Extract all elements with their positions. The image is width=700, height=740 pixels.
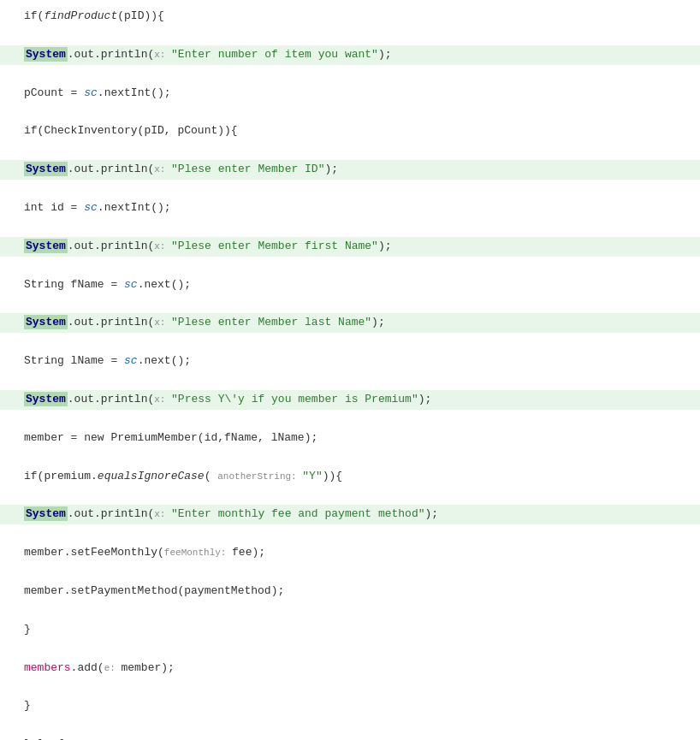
param-label: anotherString:	[217, 471, 302, 482]
line-content: String fName = sc.next();	[12, 276, 700, 294]
code-token: .out.println(	[68, 240, 154, 252]
code-line	[0, 371, 700, 390]
code-line	[0, 563, 700, 582]
code-token: );	[378, 48, 392, 61]
code-token: }	[24, 623, 31, 636]
code-line: member.setPaymentMethod(paymentMethod);	[0, 582, 700, 601]
param-label: x:	[154, 394, 171, 405]
code-line: System.out.println(x: "Plese enter Membe…	[0, 237, 700, 257]
system-keyword: System	[24, 315, 68, 329]
code-line	[0, 218, 700, 237]
code-line	[0, 27, 700, 45]
code-line	[0, 486, 700, 505]
system-keyword: System	[24, 47, 68, 62]
line-content: member.setPaymentMethod(paymentMethod);	[12, 583, 700, 601]
code-token: .nextInt();	[98, 201, 171, 214]
string-literal: "Plese enter Member ID"	[171, 163, 324, 175]
code-token: String lName =	[24, 354, 124, 367]
code-line: member = new PremiumMember(id,fName, lNa…	[0, 429, 700, 448]
line-content: System.out.println(x: "Press Y\'y if you…	[12, 391, 700, 409]
code-line	[0, 448, 700, 467]
code-line	[0, 524, 700, 543]
code-token: )){	[323, 470, 342, 482]
line-content: member.setFeeMonthly(feeMonthly: fee);	[12, 544, 700, 562]
code-token: .add(	[71, 661, 104, 674]
line-content: }	[12, 697, 700, 715]
code-line	[0, 257, 700, 275]
method-name: equalsIgnoreCase	[98, 470, 205, 482]
code-token: }	[24, 699, 31, 712]
code-line: member.setFeeMonthly(feeMonthly: fee);	[0, 543, 700, 563]
variable-sc: sc	[124, 278, 138, 291]
code-token: .out.println(	[68, 316, 154, 329]
line-content: members.add(e: member);	[12, 660, 700, 678]
string-literal: "Enter monthly fee and payment method"	[171, 507, 424, 520]
code-line	[0, 678, 700, 696]
param-label: x:	[154, 164, 171, 175]
method-name: findProduct	[44, 9, 117, 22]
line-content: member = new PremiumMember(id,fName, lNa…	[12, 429, 700, 447]
code-token: .out.println(	[68, 507, 154, 520]
code-line: members.add(e: member);	[0, 659, 700, 678]
code-line: if(premium.equalsIgnoreCase( anotherStri…	[0, 467, 700, 487]
code-token: member.setPaymentMethod(paymentMethod);	[24, 584, 284, 597]
line-content: pCount = sc.nextInt();	[12, 85, 700, 103]
code-line: if(findProduct(pID)){	[0, 7, 700, 27]
code-line: String fName = sc.next();	[0, 275, 700, 295]
code-line	[0, 601, 700, 620]
line-content: }else{	[12, 736, 700, 740]
code-token: fee);	[232, 546, 265, 559]
code-line: }	[0, 620, 700, 640]
line-content: }	[12, 621, 700, 639]
code-line: }else{	[0, 735, 700, 740]
system-keyword: System	[24, 162, 68, 176]
code-token: member.setFeeMonthly(	[24, 546, 164, 559]
string-literal: "Plese enter Member first Name"	[171, 240, 378, 252]
code-line: String lName = sc.next();	[0, 352, 700, 371]
variable-members: members	[24, 661, 71, 674]
line-content: System.out.println(x: "Plese enter Membe…	[12, 161, 700, 179]
code-token: if(premium.	[24, 470, 98, 482]
line-content: if(CheckInventory(pID, pCount)){	[12, 122, 700, 140]
code-token: .next();	[138, 278, 191, 291]
code-line	[0, 65, 700, 84]
string-literal: "Press Y\'y if you member is Premium"	[171, 393, 418, 406]
system-keyword: System	[24, 392, 68, 406]
code-line	[0, 141, 700, 160]
code-line	[0, 294, 700, 313]
code-token: .out.println(	[68, 163, 154, 175]
code-line: int id = sc.nextInt();	[0, 198, 700, 218]
code-token: String fName =	[24, 278, 124, 291]
line-content: System.out.println(x: "Enter number of i…	[12, 46, 700, 64]
variable-sc: sc	[84, 201, 98, 214]
string-literal: "Enter number of item you want"	[171, 48, 378, 61]
code-token: );	[425, 507, 439, 520]
code-token: );	[418, 393, 432, 406]
line-content: System.out.println(x: "Enter monthly fee…	[12, 506, 700, 524]
param-label: e:	[104, 663, 122, 673]
code-token: (pID)){	[117, 9, 164, 22]
param-label: x:	[154, 241, 171, 252]
param-label: x:	[154, 509, 171, 519]
param-label: feeMonthly:	[164, 548, 232, 558]
param-label: x:	[154, 50, 171, 60]
code-token: if(CheckInventory(pID, pCount)){	[24, 124, 238, 137]
code-container: if(findProduct(pID)){System.out.println(…	[0, 0, 700, 740]
code-line: System.out.println(x: "Enter number of i…	[0, 45, 700, 65]
param-label: x:	[154, 317, 171, 328]
variable-sc: sc	[124, 354, 138, 367]
code-line: pCount = sc.nextInt();	[0, 84, 700, 104]
code-line	[0, 716, 700, 735]
code-token: member = new PremiumMember(id,fName, lNa…	[24, 431, 317, 444]
line-content: System.out.println(x: "Plese enter Membe…	[12, 238, 700, 256]
code-token: .out.println(	[68, 48, 154, 61]
line-content: if(premium.equalsIgnoreCase( anotherStri…	[12, 468, 700, 486]
code-token: (	[205, 470, 218, 482]
code-line: System.out.println(x: "Press Y\'y if you…	[0, 390, 700, 410]
code-token: int id =	[24, 201, 84, 214]
code-token: );	[371, 316, 385, 329]
code-token: .next();	[138, 354, 191, 367]
line-content: System.out.println(x: "Plese enter Membe…	[12, 314, 700, 332]
code-token: .nextInt();	[98, 86, 171, 99]
code-token: if(	[24, 9, 44, 22]
